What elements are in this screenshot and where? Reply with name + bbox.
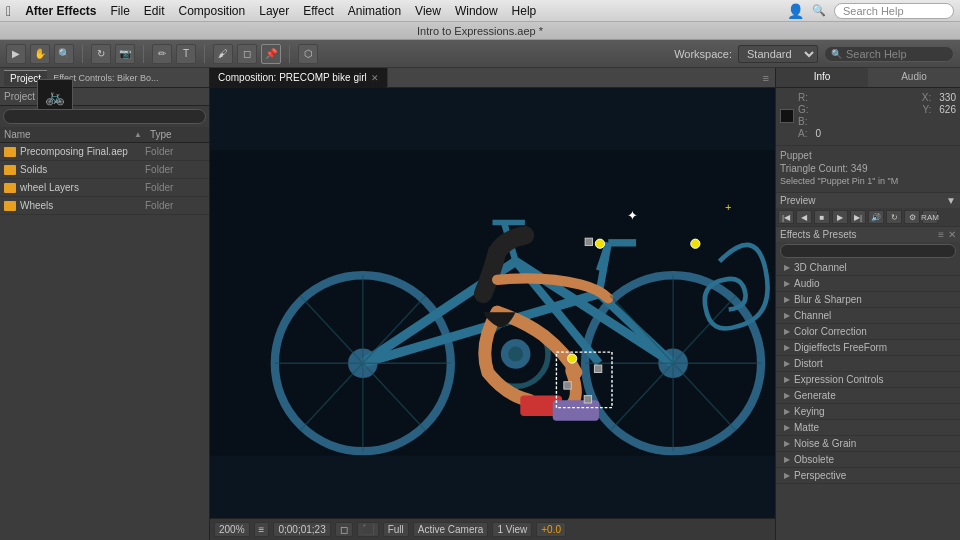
menu-view[interactable]: View xyxy=(415,4,441,18)
svg-point-28 xyxy=(568,354,577,363)
toolbar-btn-select[interactable]: ▶ xyxy=(6,44,26,64)
comp-ctrl-view[interactable]: Active Camera xyxy=(413,522,489,537)
project-item-1[interactable]: Solids Folder xyxy=(0,161,209,179)
folder-icon-2 xyxy=(4,183,16,193)
effect-digieffects[interactable]: ▶Digieffects FreeForm xyxy=(776,340,960,356)
toolbar-btn-text[interactable]: T xyxy=(176,44,196,64)
preview-stop[interactable]: ■ xyxy=(814,210,830,224)
svg-text:+: + xyxy=(725,201,732,213)
preview-next-frame[interactable]: ▶| xyxy=(850,210,866,224)
project-item-name-3: Wheels xyxy=(20,200,145,211)
svg-point-32 xyxy=(595,239,604,248)
preview-prev-frame[interactable]: ◀ xyxy=(796,210,812,224)
preview-loop[interactable]: ↻ xyxy=(886,210,902,224)
menu-composition[interactable]: Composition xyxy=(179,4,246,18)
comp-ctrl-zoom[interactable]: 200% xyxy=(214,522,250,537)
preview-settings[interactable]: ⚙ xyxy=(904,210,920,224)
a-label: A: xyxy=(798,128,807,139)
effect-color-correction[interactable]: ▶Color Correction xyxy=(776,324,960,340)
menu-file[interactable]: File xyxy=(110,4,129,18)
effect-obsolete[interactable]: ▶Obsolete xyxy=(776,452,960,468)
folder-icon-0 xyxy=(4,147,16,157)
svg-point-33 xyxy=(691,239,700,248)
search-help-field[interactable]: Search Help xyxy=(834,3,954,19)
effect-expression-ctrl[interactable]: ▶Expression Controls xyxy=(776,372,960,388)
toolbar-btn-rotate[interactable]: ↻ xyxy=(91,44,111,64)
tab-audio[interactable]: Audio xyxy=(868,68,960,87)
toolbar-sep-4 xyxy=(289,45,290,63)
menu-edit[interactable]: Edit xyxy=(144,4,165,18)
effect-label-7: Expression Controls xyxy=(794,374,883,385)
right-tab-bar: Info Audio xyxy=(776,68,960,88)
effect-3d-channel[interactable]: ▶3D Channel xyxy=(776,260,960,276)
toolbar-btn-camera[interactable]: 📷 xyxy=(115,44,135,64)
comp-panel-menu[interactable]: ≡ xyxy=(757,72,775,84)
toolbar-btn-eraser[interactable]: ◻ xyxy=(237,44,257,64)
apple-menu[interactable]:  xyxy=(6,3,11,19)
comp-ctrl-views[interactable]: 1 View xyxy=(492,522,532,537)
effect-matte[interactable]: ▶Matte xyxy=(776,420,960,436)
menu-help[interactable]: Help xyxy=(512,4,537,18)
effect-perspective[interactable]: ▶Perspective xyxy=(776,468,960,484)
menu-window[interactable]: Window xyxy=(455,4,498,18)
menubar:  After Effects File Edit Composition La… xyxy=(0,0,960,22)
project-item-type-0: Folder xyxy=(145,146,205,157)
project-search-input[interactable] xyxy=(3,109,206,124)
effects-close[interactable]: ✕ xyxy=(948,229,956,240)
toolbar-btn-zoom[interactable]: 🔍 xyxy=(54,44,74,64)
effect-audio[interactable]: ▶Audio xyxy=(776,276,960,292)
comp-ctrl-offset[interactable]: +0.0 xyxy=(536,522,566,537)
tab-info[interactable]: Info xyxy=(776,68,868,87)
puppet-info: Puppet Triangle Count: 349 Selected "Pup… xyxy=(776,145,960,192)
project-item-3[interactable]: Wheels Folder xyxy=(0,197,209,215)
comp-tab-close[interactable]: ✕ xyxy=(371,73,379,83)
comp-ctrl-timecode[interactable]: 0;00;01;23 xyxy=(273,522,330,537)
effects-menu[interactable]: ≡ xyxy=(938,229,944,240)
project-item-2[interactable]: wheel Layers Folder xyxy=(0,179,209,197)
svg-point-16 xyxy=(505,343,527,365)
toolbar-btn-brush[interactable]: 🖌 xyxy=(213,44,233,64)
project-item-name-2: wheel Layers xyxy=(20,182,145,193)
preview-audio[interactable]: 🔊 xyxy=(868,210,884,224)
menu-effect[interactable]: Effect xyxy=(303,4,333,18)
info-color-row: R: X: 330 G: Y: 626 B: A xyxy=(780,92,956,139)
preview-play[interactable]: ▶ xyxy=(832,210,848,224)
x-label: X: xyxy=(922,92,931,103)
workspace-dropdown[interactable]: Standard xyxy=(738,45,818,63)
comp-ctrl-skip[interactable]: ≡ xyxy=(254,522,270,537)
menu-layer[interactable]: Layer xyxy=(259,4,289,18)
effect-blur-sharpen[interactable]: ▶Blur & Sharpen xyxy=(776,292,960,308)
comp-viewport[interactable]: ✦ + xyxy=(210,88,775,518)
col-sort[interactable]: ▲ xyxy=(134,130,150,139)
toolbar-btn-shape[interactable]: ⬡ xyxy=(298,44,318,64)
toolbar-btn-hand[interactable]: ✋ xyxy=(30,44,50,64)
col-type-header: Type xyxy=(150,129,205,140)
comp-ctrl-region[interactable]: ◻ xyxy=(335,522,353,537)
effect-generate[interactable]: ▶Generate xyxy=(776,388,960,404)
effects-search-input[interactable] xyxy=(780,244,956,258)
effect-label-5: Digieffects FreeForm xyxy=(794,342,887,353)
project-table-header: Name ▲ Type xyxy=(0,127,209,143)
effect-keying[interactable]: ▶Keying xyxy=(776,404,960,420)
preview-ram[interactable]: RAM xyxy=(922,210,938,224)
project-list: Precomposing Final.aep Folder Solids Fol… xyxy=(0,143,209,215)
effect-distort[interactable]: ▶Distort xyxy=(776,356,960,372)
puppet-selected: Selected "Puppet Pin 1" in "M xyxy=(780,176,956,186)
preview-collapse[interactable]: ▼ xyxy=(946,195,956,206)
window-title: Intro to Expressions.aep * xyxy=(417,25,543,37)
search-help-toolbar[interactable]: 🔍 Search Help xyxy=(824,46,954,62)
menu-animation[interactable]: Animation xyxy=(348,4,401,18)
user-icon: 👤 xyxy=(787,3,804,19)
effect-noise-grain[interactable]: ▶Noise & Grain xyxy=(776,436,960,452)
toolbar-btn-puppet[interactable]: 📌 xyxy=(261,44,281,64)
preview-panel: Preview ▼ |◀ ◀ ■ ▶ ▶| 🔊 ↻ ⚙ RAM xyxy=(776,192,960,226)
preview-first[interactable]: |◀ xyxy=(778,210,794,224)
project-item-0[interactable]: Precomposing Final.aep Folder xyxy=(0,143,209,161)
comp-ctrl-bg[interactable]: ⬛ xyxy=(357,522,379,537)
effect-label-2: Blur & Sharpen xyxy=(794,294,862,305)
effect-channel[interactable]: ▶Channel xyxy=(776,308,960,324)
toolbar-btn-pen[interactable]: ✏ xyxy=(152,44,172,64)
comp-tab-main[interactable]: Composition: PRECOMP bike girl ✕ xyxy=(210,68,388,88)
effect-label-11: Noise & Grain xyxy=(794,438,856,449)
comp-ctrl-quality[interactable]: Full xyxy=(383,522,409,537)
